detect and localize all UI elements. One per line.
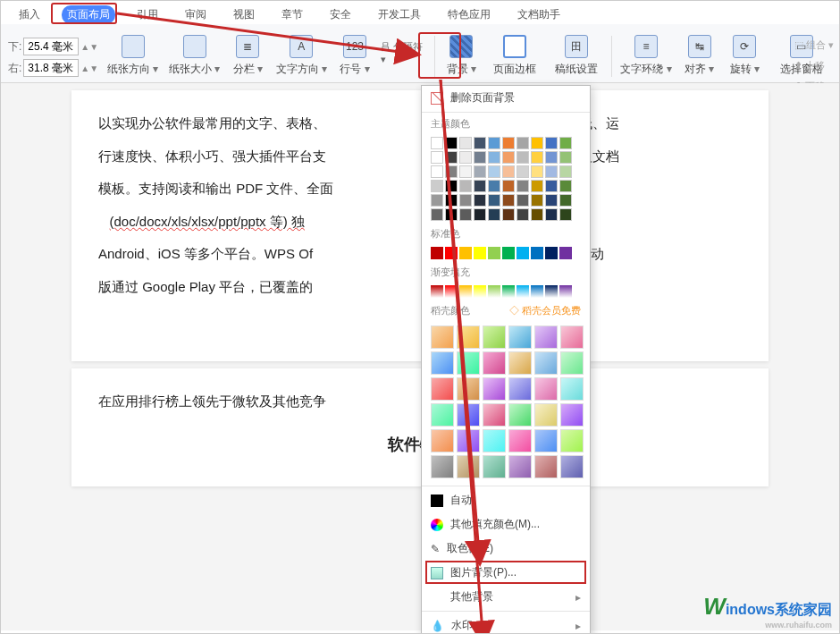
color-swatch[interactable]: [502, 208, 515, 221]
color-swatch[interactable]: [488, 194, 500, 207]
gradient-swatch[interactable]: [474, 285, 486, 298]
color-swatch[interactable]: [459, 208, 472, 221]
page-border-button[interactable]: 页面边框: [488, 27, 542, 77]
tab-special[interactable]: 特色应用: [442, 5, 496, 24]
gradient-swatch[interactable]: [488, 285, 500, 298]
color-swatch[interactable]: [445, 208, 458, 221]
color-swatch[interactable]: [545, 151, 558, 164]
stepper-icon[interactable]: ▲▼: [80, 63, 98, 73]
stepper-icon[interactable]: ▲▼: [80, 42, 98, 52]
texture-swatch[interactable]: [483, 325, 506, 349]
color-swatch[interactable]: [502, 137, 515, 149]
color-swatch[interactable]: [559, 194, 572, 207]
texture-swatch[interactable]: [560, 325, 584, 349]
text-wrap-button[interactable]: ≡ 文字环绕: [619, 27, 674, 77]
color-swatch[interactable]: [545, 194, 558, 207]
color-swatch[interactable]: [517, 208, 529, 221]
texture-swatch[interactable]: [534, 325, 558, 349]
texture-swatch[interactable]: [560, 455, 584, 478]
tab-review[interactable]: 审阅: [180, 5, 212, 24]
color-swatch[interactable]: [502, 194, 515, 207]
background-button[interactable]: 背景: [442, 27, 481, 77]
group-button[interactable]: ⬚组合 ▾: [794, 38, 834, 52]
texture-swatch[interactable]: [560, 429, 584, 452]
color-swatch[interactable]: [517, 247, 529, 259]
color-swatch[interactable]: [517, 194, 529, 207]
texture-swatch[interactable]: [560, 377, 584, 401]
color-swatch[interactable]: [531, 180, 543, 192]
tab-page-layout[interactable]: 页面布局: [62, 5, 115, 24]
align-button[interactable]: ↹ 对齐: [681, 27, 719, 77]
margin-bottom-input[interactable]: [23, 38, 79, 55]
color-swatch[interactable]: [559, 165, 572, 178]
color-swatch[interactable]: [431, 137, 443, 149]
color-swatch[interactable]: [502, 165, 515, 178]
texture-swatch[interactable]: [457, 377, 480, 401]
auto-color-item[interactable]: 自动: [422, 488, 590, 512]
eyedropper-item[interactable]: ✎ 取色器(E): [422, 537, 590, 561]
texture-swatch[interactable]: [457, 351, 480, 375]
gradient-swatch[interactable]: [517, 285, 529, 298]
color-swatch[interactable]: [431, 165, 443, 178]
texture-swatch[interactable]: [483, 403, 506, 427]
shell-texture-grid[interactable]: [422, 320, 590, 484]
color-swatch[interactable]: [459, 194, 472, 207]
texture-swatch[interactable]: [457, 325, 480, 349]
color-swatch[interactable]: [531, 151, 543, 164]
gradient-swatch[interactable]: [431, 285, 443, 298]
picture-background-item[interactable]: 图片背景(P)...: [422, 561, 590, 585]
gradient-swatch[interactable]: [545, 285, 558, 298]
more-fill-colors-item[interactable]: 其他填充颜色(M)...: [422, 512, 590, 537]
gradient-swatch[interactable]: [531, 285, 543, 298]
tab-security[interactable]: 安全: [324, 5, 357, 24]
color-swatch[interactable]: [488, 165, 500, 178]
color-swatch[interactable]: [459, 137, 472, 149]
color-swatch[interactable]: [474, 165, 486, 178]
texture-swatch[interactable]: [508, 403, 532, 427]
color-swatch[interactable]: [445, 247, 458, 259]
color-swatch[interactable]: [488, 137, 500, 149]
color-swatch[interactable]: [474, 180, 486, 192]
text-direction-button[interactable]: A 文字方向: [274, 27, 329, 77]
texture-swatch[interactable]: [457, 455, 480, 478]
color-swatch[interactable]: [545, 165, 558, 178]
texture-swatch[interactable]: [431, 325, 454, 349]
color-swatch[interactable]: [488, 247, 500, 259]
texture-swatch[interactable]: [457, 429, 480, 452]
color-swatch[interactable]: [459, 151, 472, 164]
color-swatch[interactable]: [445, 194, 458, 207]
color-swatch[interactable]: [445, 137, 458, 149]
tab-chapter[interactable]: 章节: [276, 5, 308, 24]
color-swatch[interactable]: [474, 151, 486, 164]
color-swatch[interactable]: [431, 208, 443, 221]
color-swatch[interactable]: [517, 180, 529, 192]
texture-swatch[interactable]: [534, 403, 558, 427]
rotate-button[interactable]: ⟳ 旋转: [726, 27, 764, 77]
margin-right-input[interactable]: [23, 59, 79, 77]
color-swatch[interactable]: [531, 208, 543, 221]
color-swatch[interactable]: [502, 180, 515, 192]
color-swatch[interactable]: [531, 194, 543, 207]
texture-swatch[interactable]: [431, 351, 454, 375]
other-background-item[interactable]: 其他背景 ▸: [422, 585, 590, 609]
color-swatch[interactable]: [531, 165, 543, 178]
manuscript-button[interactable]: 田 稿纸设置: [550, 27, 604, 77]
tab-insert[interactable]: 插入: [13, 5, 46, 24]
texture-swatch[interactable]: [508, 325, 532, 349]
gradient-fill-grid[interactable]: [422, 282, 590, 301]
color-swatch[interactable]: [531, 247, 543, 259]
texture-swatch[interactable]: [431, 377, 454, 401]
color-swatch[interactable]: [431, 194, 443, 207]
color-swatch[interactable]: [459, 180, 472, 192]
color-swatch[interactable]: [431, 151, 443, 164]
theme-color-grid[interactable]: [422, 133, 590, 224]
texture-swatch[interactable]: [534, 351, 558, 375]
tab-docassist[interactable]: 文档助手: [512, 5, 566, 24]
line-number-button[interactable]: 123 行号: [336, 27, 374, 77]
color-swatch[interactable]: [545, 247, 558, 259]
color-swatch[interactable]: [517, 165, 529, 178]
texture-swatch[interactable]: [560, 351, 584, 375]
watermark-item[interactable]: 💧 水印 ▸: [422, 613, 590, 634]
texture-swatch[interactable]: [431, 403, 454, 427]
standard-color-grid[interactable]: [422, 243, 590, 263]
